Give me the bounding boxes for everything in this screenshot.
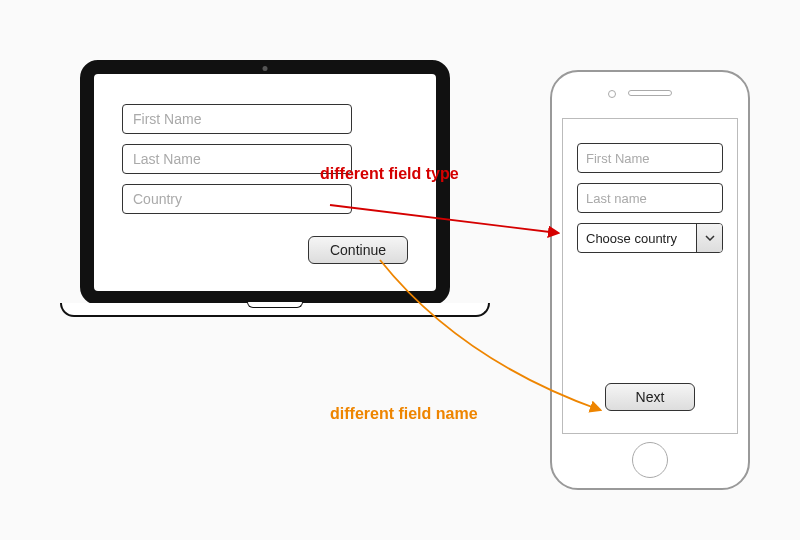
annotation-field-name: different field name xyxy=(330,405,478,423)
last-name-input[interactable]: Last Name xyxy=(122,144,352,174)
laptop-notch xyxy=(247,302,303,308)
laptop-camera-icon xyxy=(263,66,268,71)
laptop-mockup: First Name Last Name Country Continue xyxy=(60,60,470,317)
laptop-base xyxy=(60,303,490,317)
first-name-input[interactable]: First Name xyxy=(577,143,723,173)
phone-speaker-icon xyxy=(628,90,672,96)
phone-home-button-icon xyxy=(632,442,668,478)
dropdown-toggle[interactable] xyxy=(696,224,722,252)
chevron-down-icon xyxy=(705,235,715,241)
country-input[interactable]: Country xyxy=(122,184,352,214)
phone-form: First Name Last name Choose country Next xyxy=(563,119,737,433)
annotation-field-type: different field type xyxy=(320,165,459,183)
button-label: Continue xyxy=(330,242,386,258)
last-name-input[interactable]: Last name xyxy=(577,183,723,213)
continue-button[interactable]: Continue xyxy=(308,236,408,264)
phone-camera-icon xyxy=(608,90,616,98)
input-placeholder: Last name xyxy=(586,191,647,206)
country-select[interactable]: Choose country xyxy=(577,223,723,253)
phone-screen: First Name Last name Choose country Next xyxy=(562,118,738,434)
next-button[interactable]: Next xyxy=(605,383,695,411)
input-placeholder: First Name xyxy=(586,151,650,166)
phone-mockup: First Name Last name Choose country Next xyxy=(550,70,750,490)
button-label: Next xyxy=(636,389,665,405)
input-placeholder: Country xyxy=(133,191,182,207)
input-placeholder: First Name xyxy=(133,111,201,127)
select-label: Choose country xyxy=(578,224,696,252)
input-placeholder: Last Name xyxy=(133,151,201,167)
first-name-input[interactable]: First Name xyxy=(122,104,352,134)
